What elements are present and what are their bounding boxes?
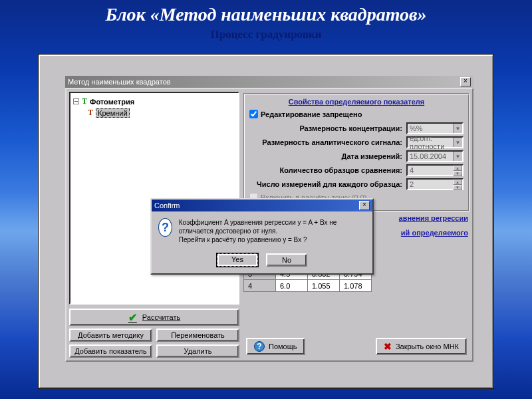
confirm-titlebar: Confirm × — [152, 200, 372, 211]
delete-button[interactable]: Удалить — [156, 344, 239, 358]
sig-dim-select[interactable]: ед.опт. плотности▼ — [406, 136, 464, 148]
table-row[interactable]: 46.01.0551.078 — [244, 280, 372, 292]
properties-group: Свойства определяемого показателя Редакт… — [243, 93, 469, 211]
help-button[interactable]: ? Помощь — [246, 338, 305, 355]
conc-dim-label: Размерность концентрации: — [299, 124, 402, 132]
close-window-button-label: Закрыть окно МНК — [396, 342, 459, 350]
spin-up-icon[interactable]: ▲ — [453, 180, 462, 185]
check-icon: ✔ — [128, 311, 137, 324]
cell-a2[interactable]: 1.078 — [340, 280, 372, 292]
tree-root-icon: T — [82, 96, 87, 106]
question-icon: ? — [158, 218, 172, 237]
yes-button[interactable]: Yes — [217, 253, 258, 267]
meas-spinner[interactable]: 2▲▼ — [406, 178, 464, 190]
slide-frame: Метод наименьших квадратов × – T Фотомет… — [39, 55, 493, 388]
tree-collapse-icon[interactable]: – — [73, 98, 79, 104]
date-value: 15.08.2004 — [410, 152, 446, 160]
regression-link[interactable]: авнения регрессии — [399, 214, 468, 222]
sig-dim-label: Размерность аналитического сигнала: — [262, 138, 402, 146]
no-button[interactable]: No — [266, 253, 307, 267]
add-indicator-button[interactable]: Добавить показатель — [69, 344, 152, 358]
tree-child-label[interactable]: Кремний — [96, 108, 130, 118]
confirm-title: Confirm — [154, 201, 180, 209]
spin-down-icon[interactable]: ▼ — [453, 185, 462, 190]
properties-title: Свойства определяемого показателя — [249, 98, 464, 106]
close-icon: ✖ — [384, 341, 392, 352]
slide-title: Блок «Метод наименьших квадратов» — [0, 0, 532, 25]
date-label: Дата измерений: — [342, 152, 402, 160]
lock-label: Редактирование запрещено — [261, 110, 362, 118]
close-window-button[interactable]: ✖ Закрыть окно МНК — [376, 338, 467, 355]
confirm-message: Коэффициент A уравнения регрессии y = A … — [179, 218, 366, 244]
range-link[interactable]: ий определяемого — [401, 229, 468, 237]
close-icon[interactable]: × — [359, 201, 370, 210]
meas-label: Число измерений для каждого образца: — [257, 180, 402, 188]
tree-child-icon: T — [88, 108, 93, 118]
help-button-label: Помощь — [269, 342, 297, 350]
help-icon: ? — [254, 341, 265, 352]
date-input[interactable]: 15.08.2004▼ — [406, 150, 464, 162]
calculate-button-label: Рассчитать — [142, 313, 180, 321]
samples-label: Количество образцов сравнения: — [280, 166, 402, 174]
chevron-down-icon: ▼ — [453, 152, 462, 161]
row-header: 4 — [244, 280, 276, 292]
samples-value: 4 — [410, 166, 414, 174]
rename-button[interactable]: Переименовать — [156, 329, 239, 342]
cell-a1[interactable]: 1.055 — [308, 280, 340, 292]
conc-dim-value: %% — [410, 124, 423, 132]
window-title: Метод наименьших квадратов — [68, 78, 171, 86]
cell-conc[interactable]: 6.0 — [276, 280, 308, 292]
window-titlebar: Метод наименьших квадратов × — [65, 76, 473, 88]
add-method-button[interactable]: Добавить методику — [69, 329, 152, 342]
chevron-down-icon: ▼ — [453, 124, 462, 133]
confirm-line2: Перейти к расчёту по уравнению y = Bx ? — [179, 235, 366, 244]
spin-up-icon[interactable]: ▲ — [453, 166, 462, 171]
slide-subtitle: Процесс градуировки — [0, 25, 532, 41]
tree-root-label[interactable]: Фотометрия — [90, 98, 134, 106]
samples-spinner[interactable]: 4▲▼ — [406, 164, 464, 176]
confirm-line1: Коэффициент A уравнения регрессии y = A … — [179, 218, 366, 235]
confirm-dialog: Confirm × ? Коэффициент A уравнения регр… — [150, 198, 374, 275]
meas-value: 2 — [410, 180, 414, 188]
calculate-button[interactable]: ✔ Рассчитать — [69, 309, 239, 326]
conc-dim-select[interactable]: %%▼ — [406, 122, 464, 134]
close-icon[interactable]: × — [460, 77, 471, 86]
spin-down-icon[interactable]: ▼ — [453, 171, 462, 176]
chevron-down-icon: ▼ — [453, 138, 462, 147]
lock-checkbox[interactable] — [249, 110, 258, 118]
